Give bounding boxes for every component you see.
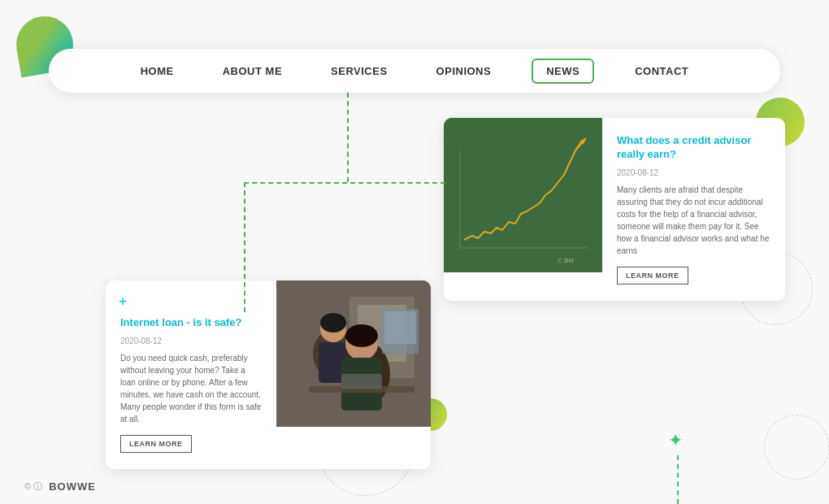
svg-rect-0	[444, 118, 602, 272]
card-2-text: Do you need quick cash, preferably witho…	[120, 352, 262, 425]
footer-cc-icon: © ⓘ	[24, 480, 42, 493]
nav-item-services[interactable]: SERVICES	[323, 60, 396, 82]
card-2-date: 2020-08-12	[120, 337, 262, 345]
footer-brand: BOWWE	[49, 480, 96, 493]
nav-item-about[interactable]: ABOUT ME	[215, 60, 290, 82]
svg-point-13	[320, 313, 346, 332]
deco-star-icon: ✦	[668, 430, 683, 451]
deco-line-bottom	[677, 455, 679, 504]
connector-to-card1	[244, 182, 245, 312]
svg-point-17	[345, 324, 378, 347]
nav-item-news[interactable]: NEWS	[532, 59, 594, 84]
svg-text:C BM: C BM	[558, 257, 574, 264]
card-internet-loan: + Internet loan - is it safe? 2020-08-12…	[106, 280, 431, 469]
card-1-date: 2020-08-12	[617, 168, 770, 177]
deco-circle-outline-bottom-right	[764, 415, 829, 480]
connector-horizontal	[244, 182, 445, 184]
nav-item-opinions[interactable]: OPINIONS	[428, 60, 500, 82]
card-1-text: Many clients are afraid that despite ass…	[617, 184, 770, 257]
svg-rect-19	[341, 374, 382, 389]
svg-rect-21	[384, 311, 416, 344]
card-2-plus-icon: +	[119, 293, 128, 311]
connector-vertical	[347, 93, 349, 182]
card-credit-advisor: C BM What does a credit advisor really e…	[444, 118, 785, 301]
card-1-content: What does a credit advisor really earn? …	[602, 118, 785, 301]
card-2-title: Internet loan - is it safe?	[120, 316, 262, 330]
card-1-learn-more-button[interactable]: LEARN MORE	[617, 267, 688, 285]
card-1-image: C BM	[444, 118, 602, 272]
footer: © ⓘ BOWWE	[24, 480, 96, 493]
card-2-image	[276, 280, 431, 427]
nav-item-home[interactable]: HOME	[132, 60, 182, 82]
nav-item-contact[interactable]: CONTACT	[627, 60, 697, 82]
card-2-learn-more-button[interactable]: LEARN MORE	[120, 435, 192, 453]
card-2-content: + Internet loan - is it safe? 2020-08-12…	[106, 280, 276, 469]
card-1-title: What does a credit advisor really earn?	[617, 134, 770, 162]
main-navigation: HOME ABOUT ME SERVICES OPINIONS NEWS CON…	[49, 49, 780, 93]
